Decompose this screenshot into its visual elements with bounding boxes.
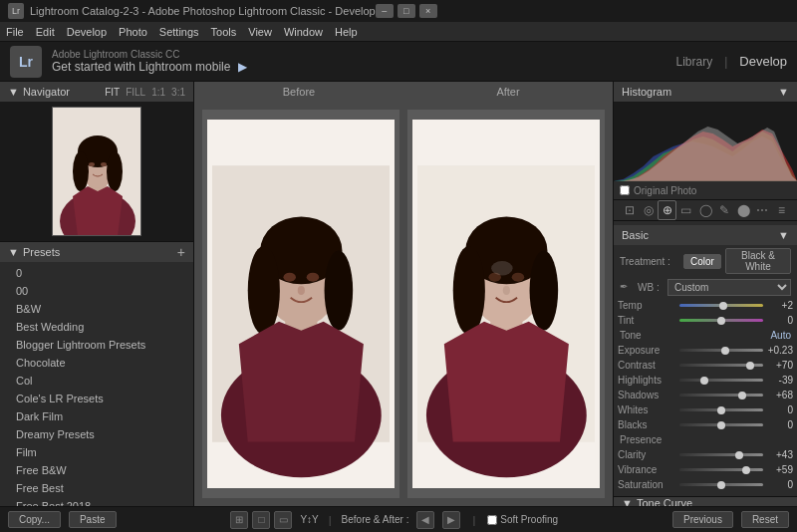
bw-button[interactable]: Black & White bbox=[725, 248, 791, 274]
soft-proofing-checkbox[interactable] bbox=[487, 515, 497, 525]
menu-photo[interactable]: Photo bbox=[119, 26, 147, 38]
list-item[interactable]: Free B&W bbox=[0, 461, 193, 479]
saturation-slider[interactable] bbox=[679, 483, 763, 486]
menu-help[interactable]: Help bbox=[335, 26, 358, 38]
contrast-slider[interactable] bbox=[679, 364, 763, 367]
exposure-slider[interactable] bbox=[679, 349, 763, 352]
fit-option-1to1[interactable]: 1:1 bbox=[151, 87, 165, 98]
list-item[interactable]: Best Wedding bbox=[0, 318, 193, 336]
nav-develop[interactable]: Develop bbox=[739, 54, 787, 69]
list-item[interactable]: 00 bbox=[0, 282, 193, 300]
original-photo-checkbox[interactable] bbox=[620, 185, 630, 195]
app-icon: Lr bbox=[8, 3, 24, 19]
menu-develop[interactable]: Develop bbox=[67, 26, 107, 38]
gradient-tool[interactable]: ▭ bbox=[676, 200, 695, 220]
histogram-header[interactable]: Histogram ▼ bbox=[614, 82, 797, 102]
blacks-slider[interactable] bbox=[679, 423, 763, 426]
menu-window[interactable]: Window bbox=[284, 26, 323, 38]
basic-panel-header[interactable]: Basic ▼ bbox=[614, 225, 797, 245]
list-item[interactable]: 0 bbox=[0, 264, 193, 282]
minimize-button[interactable]: – bbox=[376, 4, 394, 18]
fit-option-fill[interactable]: FILL bbox=[126, 87, 145, 98]
clarity-slider[interactable] bbox=[679, 453, 763, 456]
wb-select[interactable]: Custom As Shot Auto Daylight Cloudy Shad… bbox=[667, 279, 791, 296]
reset-button[interactable]: Reset bbox=[741, 511, 789, 528]
temp-slider[interactable] bbox=[679, 304, 763, 307]
list-item[interactable]: Film bbox=[0, 443, 193, 461]
left-panel: ▼ Navigator FIT FILL 1:1 3:1 bbox=[0, 82, 194, 506]
exposure-value: +0.23 bbox=[763, 345, 793, 356]
paste-button[interactable]: Paste bbox=[69, 511, 117, 528]
navigator-image bbox=[0, 102, 193, 241]
mobile-tagline[interactable]: Get started with Lightroom mobile ▶ bbox=[52, 60, 675, 74]
copy-button[interactable]: Copy... bbox=[8, 511, 61, 528]
svg-point-19 bbox=[306, 273, 319, 282]
dots-icon[interactable]: ⋯ bbox=[753, 200, 772, 220]
lr-logo: Lr bbox=[10, 46, 42, 78]
fit-options: FIT FILL 1:1 3:1 bbox=[105, 87, 185, 98]
highlights-label: Highlights bbox=[618, 375, 679, 386]
tint-label: Tint bbox=[618, 315, 679, 326]
color-button[interactable]: Color bbox=[683, 254, 721, 269]
menu-file[interactable]: File bbox=[6, 26, 24, 38]
tone-curve-panel-header[interactable]: ▼ Tone Curve bbox=[614, 496, 797, 506]
spot-removal-tool[interactable]: ◎ bbox=[639, 200, 658, 220]
before-after-prev-icon[interactable]: ◀ bbox=[416, 511, 434, 529]
saturation-label: Saturation bbox=[618, 479, 679, 490]
highlights-value: -39 bbox=[763, 375, 793, 386]
adjustment-brush-tool[interactable]: ✎ bbox=[715, 200, 734, 220]
auto-button[interactable]: Auto bbox=[770, 330, 791, 341]
tint-slider[interactable] bbox=[679, 319, 763, 322]
list-item[interactable]: Chocolate bbox=[0, 354, 193, 372]
nav-library[interactable]: Library bbox=[675, 55, 712, 69]
before-photo-panel[interactable] bbox=[202, 110, 399, 498]
crop-tool[interactable]: ⊡ bbox=[620, 200, 639, 220]
saturation-slider-row: Saturation 0 bbox=[614, 477, 797, 492]
list-item[interactable]: Cole's LR Presets bbox=[0, 390, 193, 407]
highlights-slider[interactable] bbox=[679, 379, 763, 382]
histogram-panel: Histogram ▼ Original Photo bbox=[614, 82, 797, 200]
panel-menu-icon[interactable]: ≡ bbox=[772, 200, 791, 220]
topbar: Lr Adobe Lightroom Classic CC Get starte… bbox=[0, 42, 797, 82]
menu-settings[interactable]: Settings bbox=[159, 26, 199, 38]
menu-edit[interactable]: Edit bbox=[36, 26, 55, 38]
after-photo-panel[interactable] bbox=[407, 110, 605, 498]
list-item[interactable]: Free Best bbox=[0, 479, 193, 497]
shadows-slider[interactable] bbox=[679, 394, 763, 397]
treatment-row: Treatment : Color Black & White bbox=[614, 245, 797, 277]
grid-view-icon[interactable]: ⊞ bbox=[230, 511, 248, 529]
list-item[interactable]: Dreamy Presets bbox=[0, 425, 193, 443]
list-item[interactable]: Dark Film bbox=[0, 407, 193, 425]
histogram-arrow: ▼ bbox=[778, 86, 789, 98]
range-mask-tool[interactable]: ⬤ bbox=[734, 200, 753, 220]
navigator-title: Navigator bbox=[23, 86, 70, 98]
yx-label: Y↕Y bbox=[300, 514, 318, 525]
clarity-value: +43 bbox=[763, 449, 793, 460]
radial-tool[interactable]: ◯ bbox=[695, 200, 714, 220]
fit-option-fit[interactable]: FIT bbox=[105, 87, 120, 98]
close-button[interactable]: × bbox=[419, 4, 437, 18]
previous-button[interactable]: Previous bbox=[672, 511, 733, 528]
titlebar: Lr Lightroom Catalog-2-3 - Adobe Photosh… bbox=[0, 0, 797, 22]
list-item[interactable]: B&W bbox=[0, 300, 193, 318]
list-item[interactable]: Blogger Lightroom Presets bbox=[0, 336, 193, 354]
svg-point-16 bbox=[247, 246, 279, 335]
fit-option-3to1[interactable]: 3:1 bbox=[171, 87, 185, 98]
presets-header[interactable]: ▼ Presets + bbox=[0, 242, 193, 262]
menu-tools[interactable]: Tools bbox=[211, 26, 237, 38]
images-area bbox=[194, 102, 613, 506]
compare-view-icon[interactable]: ▭ bbox=[274, 511, 292, 529]
add-preset-button[interactable]: + bbox=[177, 244, 185, 260]
eyedropper-icon[interactable]: ✒ bbox=[620, 281, 634, 295]
list-item[interactable]: Free Best 2018 bbox=[0, 497, 193, 506]
navigator-header[interactable]: ▼ Navigator FIT FILL 1:1 3:1 bbox=[0, 82, 193, 102]
navigator-thumbnail[interactable] bbox=[52, 107, 141, 236]
whites-slider[interactable] bbox=[679, 408, 763, 411]
list-item[interactable]: Col bbox=[0, 372, 193, 390]
before-after-next-icon[interactable]: ▶ bbox=[442, 511, 460, 529]
redeye-tool[interactable]: ⊕ bbox=[658, 200, 676, 220]
loupe-view-icon[interactable]: □ bbox=[252, 511, 270, 529]
vibrance-slider[interactable] bbox=[679, 468, 763, 471]
maximize-button[interactable]: □ bbox=[398, 4, 415, 18]
menu-view[interactable]: View bbox=[248, 26, 272, 38]
